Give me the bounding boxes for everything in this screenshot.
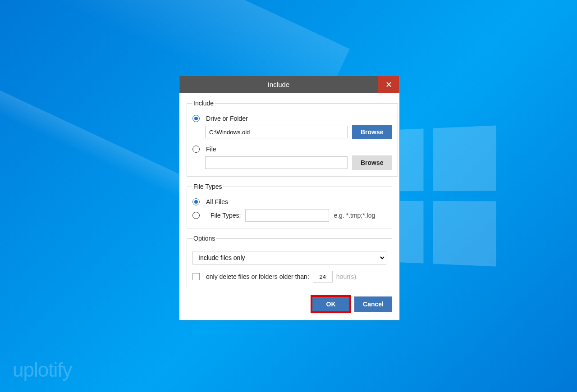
drive-or-folder-radio[interactable]	[192, 115, 200, 122]
all-files-radio[interactable]	[192, 198, 200, 205]
drive-or-folder-input[interactable]	[205, 126, 348, 138]
only-delete-value[interactable]	[313, 271, 333, 283]
dialog-title: Include	[179, 76, 378, 93]
file-radio[interactable]	[192, 146, 200, 153]
include-legend: Include	[192, 100, 215, 107]
only-delete-checkbox[interactable]	[192, 273, 200, 280]
options-legend: Options	[192, 235, 216, 242]
filetypes-input[interactable]	[245, 209, 329, 222]
only-delete-unit: hour(s)	[336, 273, 356, 280]
options-select[interactable]: Include files only	[192, 251, 386, 264]
watermark: uplotify	[13, 359, 72, 381]
include-fieldset: Include Drive or Folder Browse File Brow…	[187, 100, 398, 177]
dialog-actions: OK Cancel	[187, 296, 392, 312]
filetypes-hint: e.g. *.tmp;*.log	[334, 212, 375, 219]
drive-browse-button[interactable]: Browse	[352, 125, 392, 139]
file-input[interactable]	[205, 156, 348, 169]
cancel-button[interactable]: Cancel	[354, 296, 392, 312]
close-button[interactable]: ✕	[378, 76, 399, 93]
ok-button[interactable]: OK	[312, 296, 350, 312]
filetypes-radio[interactable]	[192, 212, 200, 219]
filetypes-legend: File Types	[192, 183, 223, 190]
titlebar: Include ✕	[179, 76, 399, 93]
file-browse-button[interactable]: Browse	[352, 155, 392, 170]
all-files-label: All Files	[206, 198, 228, 205]
drive-or-folder-label: Drive or Folder	[206, 115, 248, 122]
include-dialog: Include ✕ Include Drive or Folder Browse…	[179, 76, 400, 320]
file-label: File	[206, 146, 216, 153]
options-fieldset: Options Include files only only delete f…	[187, 235, 392, 289]
only-delete-label: only delete files or folders older than:	[206, 273, 309, 280]
filetypes-label: File Types:	[211, 212, 241, 219]
filetypes-fieldset: File Types All Files File Types: e.g. *.…	[187, 183, 392, 228]
